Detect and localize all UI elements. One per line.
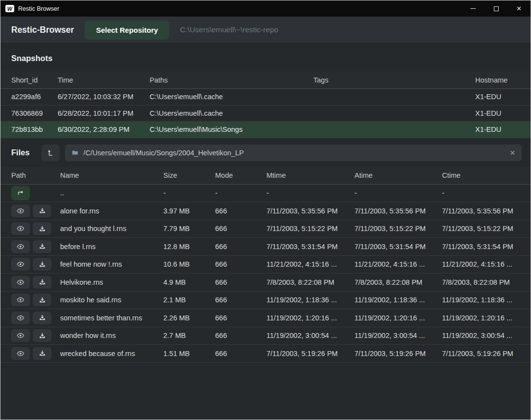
go-parent-button[interactable]	[11, 186, 30, 200]
download-button[interactable]	[33, 312, 51, 324]
file-mtime: 7/11/2003, 5:19:26 PM	[266, 350, 354, 357]
file-name: wonder how it.rns	[60, 332, 163, 339]
file-name: wrecked because of.rns	[60, 350, 163, 357]
download-icon	[39, 243, 46, 250]
download-button[interactable]	[33, 329, 51, 342]
snapshot-time: 6/30/2022, 2:28:09 PM	[58, 126, 150, 133]
snapshot-row[interactable]: 76306869 6/28/2022, 10:01:17 PM C:\Users…	[0, 105, 531, 122]
column-header-atime: Atime	[354, 171, 442, 179]
download-button[interactable]	[33, 205, 51, 217]
file-atime: 11/19/2002, 1:18:36 ...	[354, 296, 442, 304]
file-ctime: 11/21/2002, 4:15:16 ...	[442, 260, 522, 268]
file-size: 12.8 MB	[163, 243, 215, 251]
file-ctime: 7/11/2003, 5:35:56 PM	[442, 207, 522, 215]
file-mtime: 11/19/2002, 1:20:16 ...	[266, 314, 354, 322]
file-atime: -	[354, 189, 442, 197]
snapshot-paths: C:\Users\emuell\Music\Songs	[150, 126, 313, 133]
eye-icon	[17, 243, 24, 251]
download-button[interactable]	[33, 222, 51, 235]
preview-button[interactable]	[11, 294, 30, 306]
snapshot-paths: C:\Users\emuell\.cache	[150, 109, 313, 117]
preview-button[interactable]	[11, 329, 30, 342]
app-window: W Restic Browser ✕ Restic-Browser Select…	[0, 0, 531, 420]
snapshot-row[interactable]: a2299af6 6/27/2022, 10:03:32 PM C:\Users…	[0, 89, 531, 105]
close-button[interactable]: ✕	[508, 0, 531, 17]
eye-icon	[17, 350, 24, 357]
preview-button[interactable]	[11, 205, 30, 217]
preview-button[interactable]	[11, 222, 30, 235]
current-path-input[interactable]: /C/Users/emuell/Music/Songs/2004_Helveti…	[65, 145, 522, 161]
download-icon	[39, 350, 46, 357]
file-name: feel home now !.rns	[60, 260, 163, 268]
file-mode: 666	[215, 314, 266, 322]
download-button[interactable]	[33, 240, 51, 253]
window-controls: ✕	[462, 0, 531, 17]
app-name: Restic-Browser	[11, 25, 74, 35]
repository-path: C:\Users\emuell\~\restic-repo	[180, 25, 278, 34]
file-row: before l.rns 12.8 MB 666 7/11/2003, 5:31…	[0, 238, 531, 256]
file-mode: 666	[215, 225, 266, 232]
preview-button[interactable]	[11, 240, 30, 253]
maximize-button[interactable]	[485, 0, 508, 17]
file-ctime: 11/19/2002, 1:18:36 ...	[442, 296, 522, 304]
snapshot-short-id: 76306869	[11, 109, 58, 117]
file-atime: 11/19/2002, 1:20:16 ...	[354, 314, 442, 322]
file-mtime: 11/19/2002, 3:00:54 ...	[266, 332, 354, 339]
file-mode: 666	[215, 296, 266, 304]
up-level-icon	[46, 149, 54, 157]
download-button[interactable]	[33, 347, 51, 360]
file-atime: 7/11/2003, 5:15:22 PM	[354, 225, 442, 232]
file-mode: 666	[215, 260, 266, 268]
eye-icon	[17, 278, 24, 286]
download-icon	[39, 314, 46, 321]
file-row: wrecked because of.rns 1.51 MB 666 7/11/…	[0, 345, 531, 363]
column-header-name: Name	[60, 171, 163, 179]
file-size: 2.1 MB	[163, 296, 215, 304]
download-button[interactable]	[33, 294, 51, 306]
eye-icon	[17, 225, 24, 232]
preview-button[interactable]	[11, 312, 30, 324]
folder-icon	[71, 149, 79, 156]
snapshot-hostname: X1-EDU	[475, 93, 522, 101]
snapshots-table-header: Short_id Time Paths Tags Hostname	[0, 71, 531, 89]
go-root-button[interactable]	[42, 145, 60, 161]
column-header-path: Path	[11, 171, 60, 179]
file-name: moskito he said.rns	[60, 296, 163, 304]
file-atime: 11/21/2002, 4:15:16 ...	[354, 260, 442, 268]
snapshot-paths: C:\Users\emuell\.cache	[150, 93, 313, 101]
snapshot-row-selected[interactable]: 72b813bb 6/30/2022, 2:28:09 PM C:\Users\…	[0, 122, 531, 138]
eye-icon	[17, 260, 24, 268]
file-name: alone for.rns	[60, 207, 163, 215]
app-header: Restic-Browser Select Repository C:\User…	[0, 17, 531, 43]
wails-logo-icon: W	[5, 5, 14, 12]
file-ctime: 7/11/2003, 5:19:26 PM	[442, 350, 522, 357]
file-mtime: 7/11/2003, 5:31:54 PM	[266, 243, 354, 251]
clear-path-button[interactable]: ✕	[509, 149, 515, 157]
file-size: -	[163, 189, 215, 197]
file-mode: 666	[215, 278, 266, 286]
eye-icon	[17, 332, 24, 339]
column-header-mtime: Mtime	[266, 171, 354, 179]
preview-button[interactable]	[11, 347, 30, 360]
file-name: Helvikone.rns	[60, 278, 163, 286]
download-button[interactable]	[33, 258, 51, 271]
file-mtime: 11/19/2002, 1:18:36 ...	[266, 296, 354, 304]
eye-icon	[17, 296, 24, 304]
file-size: 7.79 MB	[163, 225, 215, 232]
file-mode: 666	[215, 350, 266, 357]
preview-button[interactable]	[11, 258, 30, 271]
snapshot-hostname: X1-EDU	[475, 109, 522, 117]
minimize-button[interactable]	[462, 0, 485, 17]
window-title: Restic Browser	[18, 5, 59, 12]
files-title: Files	[11, 148, 30, 157]
file-mode: 666	[215, 332, 266, 339]
file-row: wonder how it.rns 2.7 MB 666 11/19/2002,…	[0, 327, 531, 345]
file-ctime: 7/11/2003, 5:31:54 PM	[442, 243, 522, 251]
file-name: sometimes better than.rns	[60, 314, 163, 322]
download-button[interactable]	[33, 276, 51, 289]
file-name: ..	[60, 189, 163, 197]
file-mtime: 7/11/2003, 5:15:22 PM	[266, 225, 354, 232]
file-mode: -	[215, 189, 266, 197]
select-repository-button[interactable]: Select Repository	[85, 21, 169, 40]
preview-button[interactable]	[11, 276, 30, 289]
